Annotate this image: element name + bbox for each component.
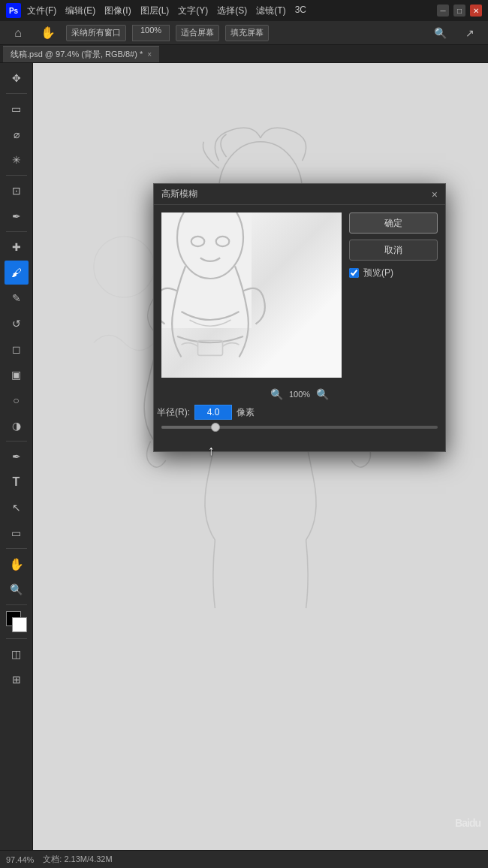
quick-mask-tool[interactable]: ◫ [5, 642, 29, 666]
svg-point-9 [216, 237, 230, 246]
search-icon[interactable]: 🔍 [428, 21, 452, 45]
screen-mode-tool[interactable]: ⊞ [5, 668, 29, 692]
zoom-row: 🔍 100% 🔍 [154, 388, 445, 400]
eyedropper-tool[interactable]: ✒ [5, 204, 29, 228]
fill-screen-btn[interactable]: 填充屏幕 [225, 25, 269, 41]
menu-layer[interactable]: 图层(L) [140, 5, 170, 17]
document-tab[interactable]: 线稿.psd @ 97.4% (背景, RGB/8#) * × [3, 46, 159, 62]
ps-icon: Ps [6, 3, 21, 18]
path-select-tool[interactable]: ↖ [5, 496, 29, 520]
maximize-button[interactable]: □ [453, 5, 465, 17]
tool-separator-1 [6, 93, 27, 94]
preview-checkbox[interactable] [349, 268, 359, 278]
tool-separator-7 [6, 638, 27, 639]
slider-track [161, 426, 438, 429]
svg-point-8 [191, 237, 205, 246]
menu-bar[interactable]: 文件(F) 编辑(E) 图像(I) 图层(L) 文字(Y) 选择(S) 滤镜(T… [27, 5, 306, 17]
history-brush-tool[interactable]: ↺ [5, 312, 29, 336]
dialog-preview [161, 212, 342, 378]
title-bar: Ps 文件(F) 编辑(E) 图像(I) 图层(L) 文字(Y) 选择(S) 滤… [0, 0, 488, 21]
healing-tool[interactable]: ✚ [5, 235, 29, 259]
background-color[interactable] [12, 617, 27, 632]
svg-point-4 [94, 237, 155, 297]
cancel-button[interactable]: 取消 [349, 240, 438, 261]
tab-close-icon[interactable]: × [147, 50, 152, 59]
slider-row: ↑ [154, 426, 445, 429]
doc-size-status: 文档: 2.13M/4.32M [43, 854, 112, 865]
type-tool[interactable]: T [5, 470, 29, 494]
canvas-area: 高斯模糊 × [33, 63, 488, 850]
move-tool[interactable]: ✥ [5, 66, 29, 90]
left-toolbar: ✥ ▭ ⌀ ✳ ⊡ ✒ ✚ 🖌 ✎ ↺ ◻ ▣ ○ ◑ ✒ T ↖ ▭ ✋ 🔍 … [0, 63, 33, 850]
dialog-title: 高斯模糊 [161, 188, 197, 200]
share-icon[interactable]: ↗ [458, 21, 482, 45]
menu-type[interactable]: 文字(Y) [178, 5, 208, 17]
zoom-out-icon[interactable]: 🔍 [270, 388, 283, 400]
svg-rect-10 [198, 341, 223, 356]
hand-tool-option[interactable]: ✋ [36, 21, 60, 45]
pen-tool[interactable]: ✒ [5, 445, 29, 469]
options-bar: ⌂ ✋ 采纳所有窗口 100% 适合屏幕 填充屏幕 🔍 ↗ [0, 21, 488, 45]
menu-3c[interactable]: 3C [295, 5, 306, 17]
preview-label: 预览(P) [363, 267, 393, 279]
dodge-tool[interactable]: ◑ [5, 414, 29, 438]
status-bar: 97.44% 文档: 2.13M/4.32M [0, 850, 488, 868]
menu-file[interactable]: 文件(F) [27, 5, 56, 17]
dialog-titlebar: 高斯模糊 × [154, 184, 445, 205]
zoom-input[interactable]: 100% [132, 25, 170, 41]
canvas-background [33, 63, 488, 850]
eraser-tool[interactable]: ◻ [5, 337, 29, 361]
radius-slider-container[interactable]: ↑ [161, 426, 438, 429]
menu-select[interactable]: 选择(S) [217, 5, 247, 17]
preview-checkbox-row: 预览(P) [349, 267, 438, 279]
menu-image[interactable]: 图像(I) [104, 5, 131, 17]
hand-tool[interactable]: ✋ [5, 552, 29, 576]
zoom-tool[interactable]: 🔍 [5, 577, 29, 601]
dialog-body: 确定 取消 预览(P) [154, 205, 445, 385]
dialog-controls: 确定 取消 预览(P) [349, 212, 438, 378]
preview-image [161, 212, 342, 378]
radius-row: 半径(R): 像素 [154, 405, 445, 420]
magic-wand-tool[interactable]: ✳ [5, 148, 29, 172]
home-icon[interactable]: ⌂ [6, 21, 30, 45]
minimize-button[interactable]: ─ [437, 5, 449, 17]
menu-edit[interactable]: 编辑(E) [65, 5, 95, 17]
gradient-tool[interactable]: ▣ [5, 363, 29, 387]
radius-label: 半径(R): [157, 406, 190, 419]
tab-label: 线稿.psd @ 97.4% (背景, RGB/8#) * [11, 49, 143, 60]
crop-tool[interactable]: ⊡ [5, 179, 29, 203]
confirm-button[interactable]: 确定 [349, 212, 438, 234]
lasso-tool[interactable]: ⌀ [5, 122, 29, 146]
dialog-close-icon[interactable]: × [432, 189, 438, 200]
title-bar-left: Ps 文件(F) 编辑(E) 图像(I) 图层(L) 文字(Y) 选择(S) 滤… [6, 3, 306, 18]
tool-separator-5 [6, 548, 27, 549]
preview-sketch-svg [161, 212, 342, 378]
shape-tool[interactable]: ▭ [5, 521, 29, 545]
window-controls[interactable]: ─ □ ✕ [437, 5, 482, 17]
marquee-tool[interactable]: ▭ [5, 97, 29, 121]
close-button[interactable]: ✕ [470, 5, 482, 17]
color-swatch[interactable] [6, 611, 27, 632]
tool-separator-2 [6, 175, 27, 176]
zoom-in-icon[interactable]: 🔍 [316, 388, 329, 400]
gaussian-blur-dialog[interactable]: 高斯模糊 × [153, 183, 446, 452]
arrange-windows-btn[interactable]: 采纳所有窗口 [66, 25, 126, 41]
workspace: ✥ ▭ ⌀ ✳ ⊡ ✒ ✚ 🖌 ✎ ↺ ◻ ▣ ○ ◑ ✒ T ↖ ▭ ✋ 🔍 … [0, 63, 488, 850]
blur-tool[interactable]: ○ [5, 388, 29, 412]
brush-tool[interactable]: 🖌 [5, 261, 29, 285]
fit-screen-btn[interactable]: 适合屏幕 [176, 25, 219, 41]
tool-separator-4 [6, 441, 27, 442]
slider-thumb[interactable] [211, 423, 220, 432]
baidu-watermark: Baidu [455, 817, 480, 829]
radius-input[interactable] [194, 405, 232, 420]
zoom-percent: 100% [289, 390, 310, 399]
tab-bar: 线稿.psd @ 97.4% (背景, RGB/8#) * × [0, 45, 488, 63]
radius-unit: 像素 [236, 406, 255, 419]
menu-filter[interactable]: 滤镜(T) [256, 5, 285, 17]
clone-tool[interactable]: ✎ [5, 286, 29, 310]
cursor-arrow-icon: ↑ [208, 443, 215, 459]
tool-separator-6 [6, 604, 27, 605]
sketch-artwork [33, 63, 488, 850]
slider-fill [161, 426, 217, 429]
zoom-status: 97.44% [6, 855, 34, 864]
